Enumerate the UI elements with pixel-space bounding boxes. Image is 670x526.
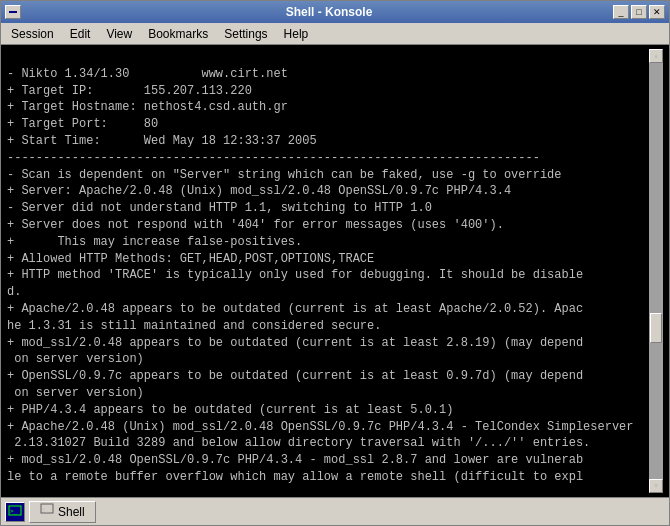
terminal-line-19: + mod_ssl/2.0.48 OpenSSL/0.9.7c PHP/4.3.… (7, 453, 583, 484)
minimize-button[interactable]: _ (613, 5, 629, 19)
scroll-track[interactable] (649, 63, 663, 479)
terminal-line-3: + Target Hostname: nethost4.csd.auth.gr (7, 100, 288, 114)
terminal-line-18: + Apache/2.0.48 (Unix) mod_ssl/2.0.48 Op… (7, 420, 634, 451)
terminal-line-4: + Target Port: 80 (7, 117, 158, 131)
terminal-area[interactable]: - Nikto 1.34/1.30 www.cirt.net + Target … (1, 45, 669, 497)
terminal-line-12: + Allowed HTTP Methods: GET,HEAD,POST,OP… (7, 252, 374, 266)
terminal-line-7: - Scan is dependent on "Server" string w… (7, 168, 562, 182)
menu-view[interactable]: View (98, 25, 140, 43)
menu-edit[interactable]: Edit (62, 25, 99, 43)
terminal-line-11: + This may increase false-positives. (7, 235, 302, 249)
shell-tab-label: Shell (58, 505, 85, 519)
menu-bookmarks[interactable]: Bookmarks (140, 25, 216, 43)
terminal-line-17: + PHP/4.3.4 appears to be outdated (curr… (7, 403, 453, 417)
terminal-line-16: + OpenSSL/0.9.7c appears to be outdated … (7, 369, 583, 400)
menu-bar: Session Edit View Bookmarks Settings Hel… (1, 23, 669, 45)
terminal-line-9: - Server did not understand HTTP 1.1, sw… (7, 201, 432, 215)
window-title: Shell - Konsole (45, 5, 613, 19)
svg-text:>_: >_ (42, 506, 49, 513)
terminal-output: - Nikto 1.34/1.30 www.cirt.net + Target … (7, 49, 649, 493)
terminal-line-14: + Apache/2.0.48 appears to be outdated (… (7, 302, 583, 333)
close-button[interactable]: ✕ (649, 5, 665, 19)
maximize-button[interactable]: □ (631, 5, 647, 19)
main-window: Shell - Konsole _ □ ✕ Session Edit View … (0, 0, 670, 526)
terminal-line-2: + Target IP: 155.207.113.220 (7, 84, 252, 98)
terminal-line-5: + Start Time: Wed May 18 12:33:37 2005 (7, 134, 317, 148)
terminal-line-1: - Nikto 1.34/1.30 www.cirt.net (7, 67, 288, 81)
terminal-line-13: + HTTP method 'TRACE' is typically only … (7, 268, 583, 299)
terminal-status-icon: >_ (5, 502, 25, 522)
menu-help[interactable]: Help (276, 25, 317, 43)
terminal-line-8: + Server: Apache/2.0.48 (Unix) mod_ssl/2… (7, 184, 511, 198)
title-bar: Shell - Konsole _ □ ✕ (1, 1, 669, 23)
svg-rect-0 (9, 11, 17, 13)
terminal-line-10: + Server does not respond with '404' for… (7, 218, 504, 232)
scroll-thumb[interactable] (650, 313, 662, 343)
status-bar: >_ >_ Shell (1, 497, 669, 525)
terminal-line-6: ----------------------------------------… (7, 151, 540, 165)
window-controls: _ □ ✕ (613, 5, 665, 19)
menu-session[interactable]: Session (3, 25, 62, 43)
terminal-line-15: + mod_ssl/2.0.48 appears to be outdated … (7, 336, 583, 367)
svg-text:>_: >_ (10, 507, 18, 515)
shell-tab[interactable]: >_ Shell (29, 501, 96, 523)
terminal-scrollbar[interactable]: ▲ ▼ (649, 49, 663, 493)
shell-tab-icon: >_ (40, 503, 54, 520)
system-menu-button[interactable] (5, 5, 21, 19)
menu-settings[interactable]: Settings (216, 25, 275, 43)
scroll-down-button[interactable]: ▼ (649, 479, 663, 493)
scroll-up-button[interactable]: ▲ (649, 49, 663, 63)
